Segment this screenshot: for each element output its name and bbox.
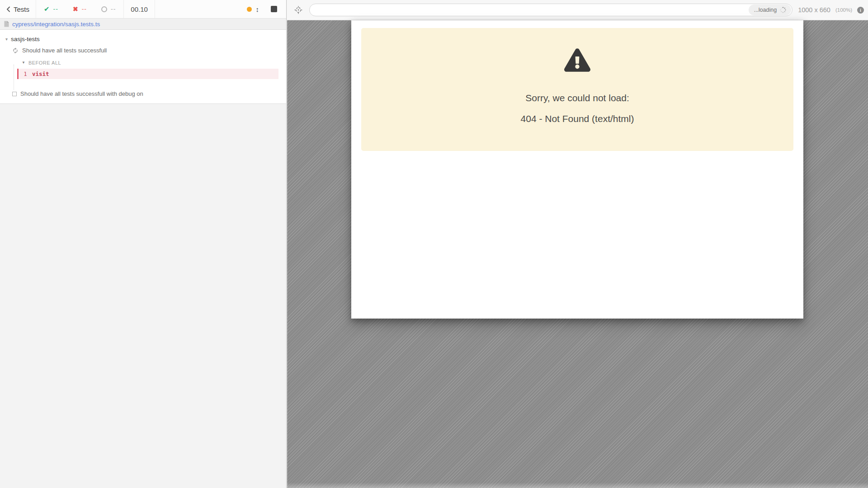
stop-button[interactable]: [271, 6, 277, 12]
pending-count: --: [111, 5, 116, 13]
file-icon: [4, 21, 9, 27]
failed-count: --: [82, 5, 87, 13]
suite-title: sasjs-tests: [11, 36, 40, 42]
hook-label: BEFORE ALL: [28, 60, 61, 66]
test-stats: ✔ -- ✖ -- --: [36, 0, 124, 18]
selector-playground-button[interactable]: [292, 4, 304, 16]
crosshair-icon: [294, 6, 302, 14]
reporter-panel: Tests ✔ -- ✖ -- -- 00.10 ↕: [0, 0, 287, 488]
check-icon: ✔: [44, 5, 50, 13]
command-name: visit: [32, 70, 49, 77]
spec-file-header: cypress/integration/sasjs.tests.ts: [0, 19, 286, 30]
x-icon: ✖: [73, 5, 78, 13]
aut-panel: ...loading: [287, 0, 868, 488]
loading-badge: ...loading: [749, 5, 791, 15]
address-bar[interactable]: ...loading: [309, 4, 793, 16]
chevron-left-icon: [6, 6, 10, 12]
test-row-processing[interactable]: Should have all tests successfull with d…: [0, 90, 286, 97]
hook-connector-line: [14, 65, 14, 90]
error-message-line1: Sorry, we could not load:: [361, 93, 793, 103]
spinner-icon: [780, 7, 786, 13]
loading-badge-label: ...loading: [754, 7, 777, 13]
auto-scroll-indicator-icon: [247, 7, 252, 12]
error-message-line2: 404 - Not Found (text/html): [361, 113, 793, 124]
stat-pending: --: [101, 5, 116, 13]
back-to-tests-button[interactable]: Tests: [0, 0, 36, 18]
running-spinner-icon: [12, 47, 19, 54]
reporter-header-controls: ↕: [247, 0, 287, 18]
caret-down-icon: ▾: [5, 37, 8, 42]
duration-value: 00.10: [131, 5, 148, 13]
test-row-running[interactable]: Should have all tests successfull: [0, 47, 286, 54]
reporter-header: Tests ✔ -- ✖ -- -- 00.10 ↕: [0, 0, 286, 19]
test-list: ▾ sasjs-tests Should have all tests succ…: [0, 30, 286, 104]
vertical-resize-icon[interactable]: ↕: [256, 5, 259, 13]
circle-icon: [101, 6, 107, 12]
viewport-dimensions: 1000 x 660: [798, 6, 830, 14]
processing-box-icon: [12, 92, 17, 96]
aut-header: ...loading: [287, 0, 868, 20]
duration-timer: 00.10: [124, 0, 155, 18]
test-title: Should have all tests successfull: [22, 47, 107, 54]
spec-file-link[interactable]: cypress/integration/sasjs.tests.ts: [12, 21, 100, 28]
suite-row[interactable]: ▾ sasjs-tests: [0, 36, 286, 42]
load-error-box: Sorry, we could not load: 404 - Not Foun…: [361, 28, 793, 151]
back-button-label: Tests: [14, 5, 29, 13]
stat-passed: ✔ --: [44, 5, 58, 13]
command-number: 1: [19, 71, 32, 77]
command-row-failed[interactable]: 1 visit: [17, 69, 278, 79]
warning-triangle-icon: [564, 48, 590, 74]
stat-failed: ✖ --: [73, 5, 87, 13]
passed-count: --: [53, 5, 58, 13]
app-page: Sorry, we could not load: 404 - Not Foun…: [351, 20, 803, 319]
aut-viewport-area: Sorry, we could not load: 404 - Not Foun…: [287, 20, 868, 488]
caret-down-icon: ▼: [22, 61, 25, 65]
info-icon[interactable]: i: [857, 7, 864, 14]
address-bar-input[interactable]: [311, 4, 749, 16]
test-title: Should have all tests successfull with d…: [20, 90, 143, 97]
viewport-scale: (100%): [835, 7, 852, 13]
hook-header[interactable]: ▼ BEFORE ALL: [0, 60, 286, 66]
